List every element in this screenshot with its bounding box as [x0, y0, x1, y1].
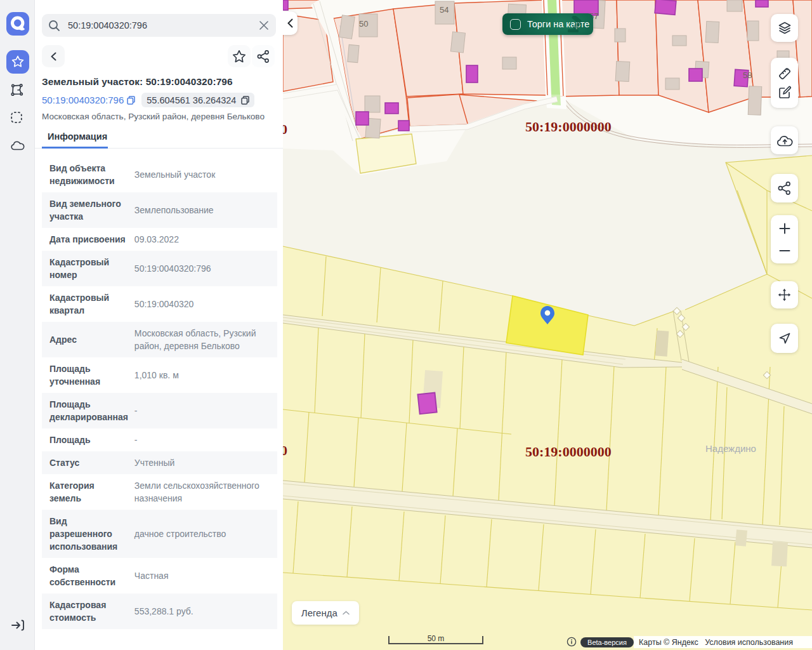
svg-text:0: 0: [283, 121, 287, 137]
svg-text:Надеждино: Надеждино: [705, 443, 756, 454]
svg-text:58: 58: [743, 70, 752, 80]
svg-text:0: 0: [283, 442, 287, 458]
svg-text:50:19:0000000: 50:19:0000000: [525, 119, 612, 135]
svg-text:50: 50: [359, 19, 368, 29]
svg-text:54: 54: [440, 5, 449, 15]
svg-text:50:19:0000000: 50:19:0000000: [525, 444, 612, 460]
